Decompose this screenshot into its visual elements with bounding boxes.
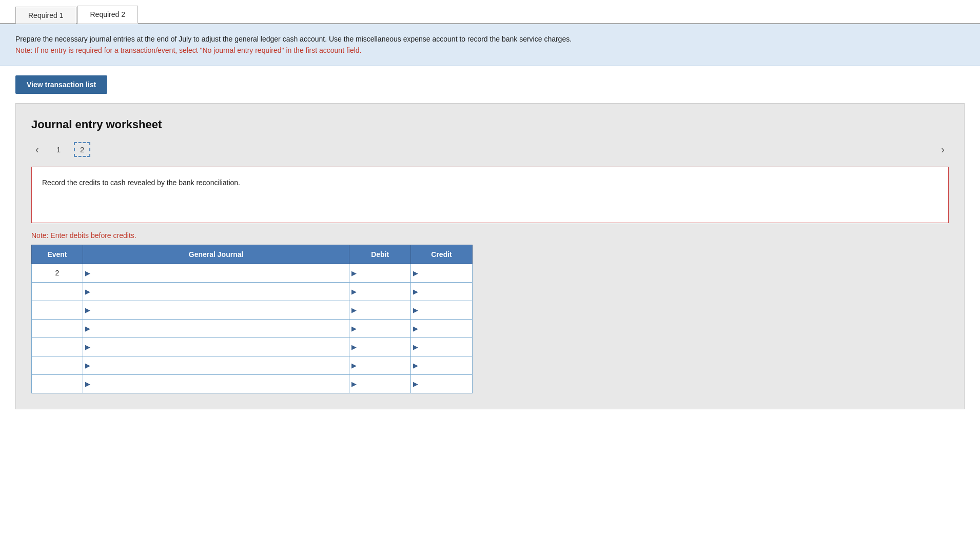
journal-cell-2[interactable]: ▶ <box>83 282 349 301</box>
event-cell-2 <box>32 282 83 301</box>
debit-cell-6[interactable]: ▶ <box>349 356 411 374</box>
journal-input-4[interactable] <box>92 320 349 337</box>
journal-cell-1[interactable]: ▶ <box>83 264 349 282</box>
debit-cell-5[interactable]: ▶ <box>349 337 411 356</box>
journal-dropdown-arrow-1[interactable]: ▶ <box>83 269 92 277</box>
table-row: 2 ▶ ▶ ▶ <box>32 264 473 282</box>
journal-input-3[interactable] <box>92 301 349 319</box>
next-arrow[interactable]: › <box>937 142 949 157</box>
journal-input-1[interactable] <box>92 264 349 282</box>
credit-input-7[interactable] <box>420 378 472 390</box>
table-row: ▶ ▶ ▶ <box>32 282 473 301</box>
col-header-journal: General Journal <box>83 245 349 264</box>
credit-input-6[interactable] <box>420 360 472 371</box>
debit-cell-7[interactable]: ▶ <box>349 374 411 393</box>
tabs-bar: Required 1 Required 2 <box>0 0 980 24</box>
credit-cell-6[interactable]: ▶ <box>411 356 473 374</box>
credit-cell-1[interactable]: ▶ <box>411 264 473 282</box>
tab-required2[interactable]: Required 2 <box>77 6 139 24</box>
nav-row: ‹ 1 2 › <box>31 142 949 157</box>
debit-input-4[interactable] <box>359 323 410 334</box>
credit-arrow-4[interactable]: ▶ <box>411 325 420 332</box>
debit-arrow-4[interactable]: ▶ <box>349 325 359 332</box>
credit-input-1[interactable] <box>420 267 472 279</box>
page-wrapper: Required 1 Required 2 Prepare the necess… <box>0 0 980 556</box>
table-row: ▶ ▶ ▶ <box>32 337 473 356</box>
debit-cell-2[interactable]: ▶ <box>349 282 411 301</box>
journal-dropdown-arrow-6[interactable]: ▶ <box>83 362 92 369</box>
credit-cell-2[interactable]: ▶ <box>411 282 473 301</box>
worksheet-title: Journal entry worksheet <box>31 118 949 131</box>
debit-arrow-5[interactable]: ▶ <box>349 343 359 351</box>
debit-arrow-1[interactable]: ▶ <box>349 269 359 277</box>
event-cell-3 <box>32 301 83 319</box>
entry-note: Note: Enter debits before credits. <box>31 231 949 240</box>
description-text: Record the credits to cash revealed by t… <box>42 178 240 187</box>
col-header-event: Event <box>32 245 83 264</box>
debit-input-7[interactable] <box>359 378 410 390</box>
debit-arrow-2[interactable]: ▶ <box>349 288 359 295</box>
journal-table: Event General Journal Debit Credit 2 ▶ <box>31 245 473 393</box>
journal-input-6[interactable] <box>92 356 349 374</box>
view-transaction-button[interactable]: View transaction list <box>15 75 107 94</box>
debit-cell-4[interactable]: ▶ <box>349 319 411 337</box>
journal-input-5[interactable] <box>92 338 349 356</box>
credit-input-2[interactable] <box>420 286 472 297</box>
credit-cell-7[interactable]: ▶ <box>411 374 473 393</box>
credit-input-3[interactable] <box>420 304 472 316</box>
instruction-main-text: Prepare the necessary journal entries at… <box>15 33 965 45</box>
debit-input-6[interactable] <box>359 360 410 371</box>
prev-arrow[interactable]: ‹ <box>31 142 43 157</box>
journal-dropdown-arrow-7[interactable]: ▶ <box>83 380 92 388</box>
debit-arrow-7[interactable]: ▶ <box>349 380 359 388</box>
journal-dropdown-arrow-4[interactable]: ▶ <box>83 325 92 332</box>
instruction-note-text: Note: If no entry is required for a tran… <box>15 45 965 56</box>
debit-input-1[interactable] <box>359 267 410 279</box>
journal-input-2[interactable] <box>92 283 349 301</box>
col-header-credit: Credit <box>411 245 473 264</box>
col-header-debit: Debit <box>349 245 411 264</box>
journal-dropdown-arrow-5[interactable]: ▶ <box>83 343 92 351</box>
journal-dropdown-arrow-3[interactable]: ▶ <box>83 306 92 314</box>
debit-input-2[interactable] <box>359 286 410 297</box>
credit-arrow-5[interactable]: ▶ <box>411 343 420 351</box>
credit-cell-5[interactable]: ▶ <box>411 337 473 356</box>
journal-cell-4[interactable]: ▶ <box>83 319 349 337</box>
credit-cell-4[interactable]: ▶ <box>411 319 473 337</box>
event-cell-6 <box>32 356 83 374</box>
credit-cell-3[interactable]: ▶ <box>411 301 473 319</box>
journal-dropdown-arrow-2[interactable]: ▶ <box>83 288 92 295</box>
credit-arrow-7[interactable]: ▶ <box>411 380 420 388</box>
event-cell-7 <box>32 374 83 393</box>
debit-arrow-6[interactable]: ▶ <box>349 362 359 369</box>
journal-cell-6[interactable]: ▶ <box>83 356 349 374</box>
table-row: ▶ ▶ ▶ <box>32 319 473 337</box>
credit-arrow-6[interactable]: ▶ <box>411 362 420 369</box>
debit-arrow-3[interactable]: ▶ <box>349 306 359 314</box>
page-1-button[interactable]: 1 <box>52 143 65 156</box>
description-box: Record the credits to cash revealed by t… <box>31 167 949 223</box>
credit-arrow-1[interactable]: ▶ <box>411 269 420 277</box>
credit-arrow-2[interactable]: ▶ <box>411 288 420 295</box>
event-cell-5 <box>32 337 83 356</box>
journal-cell-7[interactable]: ▶ <box>83 374 349 393</box>
journal-cell-3[interactable]: ▶ <box>83 301 349 319</box>
event-cell-4 <box>32 319 83 337</box>
credit-arrow-3[interactable]: ▶ <box>411 306 420 314</box>
page-2-button[interactable]: 2 <box>74 142 90 157</box>
table-row: ▶ ▶ ▶ <box>32 301 473 319</box>
table-row: ▶ ▶ ▶ <box>32 374 473 393</box>
tab-required1[interactable]: Required 1 <box>15 7 76 24</box>
journal-input-7[interactable] <box>92 375 349 393</box>
debit-input-5[interactable] <box>359 341 410 353</box>
debit-input-3[interactable] <box>359 304 410 316</box>
instruction-box: Prepare the necessary journal entries at… <box>0 24 980 66</box>
table-row: ▶ ▶ ▶ <box>32 356 473 374</box>
action-bar: View transaction list <box>0 66 980 103</box>
journal-cell-5[interactable]: ▶ <box>83 337 349 356</box>
debit-cell-1[interactable]: ▶ <box>349 264 411 282</box>
credit-input-5[interactable] <box>420 341 472 353</box>
event-cell-1: 2 <box>32 264 83 282</box>
debit-cell-3[interactable]: ▶ <box>349 301 411 319</box>
credit-input-4[interactable] <box>420 323 472 334</box>
